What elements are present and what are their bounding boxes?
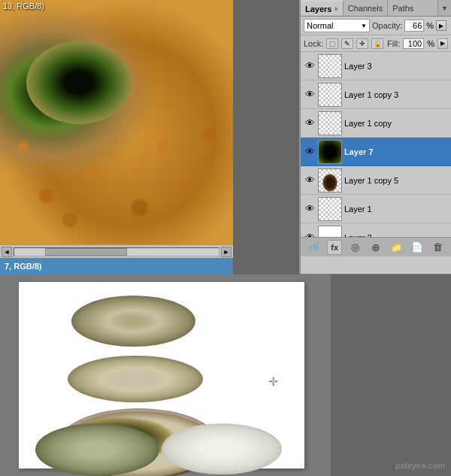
fill-arrow-btn[interactable]: ▶ xyxy=(437,38,448,49)
layer-name: Layer 1 copy 3 xyxy=(344,90,448,99)
panel-menu-btn[interactable]: ▼ xyxy=(437,0,451,16)
lock-label: Lock: xyxy=(304,39,323,48)
layer-item-selected[interactable]: 👁 Layer 7 xyxy=(301,138,451,166)
fill-percent: % xyxy=(427,39,434,48)
watermark: pxleyes.com xyxy=(395,461,445,470)
top-canvas-area: 13, RGB/8) xyxy=(0,0,233,244)
layer-ellipse-1 xyxy=(71,296,195,347)
bottom-status-bar: 7, RGB/8) xyxy=(0,258,233,274)
layer-name: Layer 2 xyxy=(344,233,448,238)
opacity-input[interactable]: 66 xyxy=(404,20,424,32)
layer-visibility-toggle[interactable]: 👁 xyxy=(304,174,316,186)
add-mask-btn[interactable]: ◎ xyxy=(348,240,363,255)
layer-ellipse-4 xyxy=(35,423,159,476)
layers-list[interactable]: 👁 Layer 3 👁 Layer 1 copy 3 👁 xyxy=(301,52,451,237)
blend-opacity-row: Normal ▼ Opacity: 66 % ▶ xyxy=(301,17,451,35)
add-group-btn[interactable]: 📁 xyxy=(389,240,404,255)
layer-visibility-toggle[interactable]: 👁 xyxy=(304,203,316,215)
fill-input[interactable]: 100 xyxy=(403,38,424,49)
canvas-sheet: ✛ xyxy=(19,282,304,468)
blend-mode-select[interactable]: Normal ▼ xyxy=(304,19,370,32)
layer-visibility-toggle[interactable]: 👁 xyxy=(304,146,316,158)
lock-pixels-btn[interactable]: ✎ xyxy=(341,38,353,49)
opacity-label: Opacity: xyxy=(372,21,402,30)
blend-dropdown-arrow: ▼ xyxy=(361,23,367,29)
lock-transparent-btn[interactable]: ⬚ xyxy=(326,38,338,49)
lock-position-btn[interactable]: ✛ xyxy=(356,38,368,49)
layer-thumbnail xyxy=(318,83,342,107)
layer-thumbnail xyxy=(318,111,342,135)
layer-item[interactable]: 👁 Layer 1 copy 3 xyxy=(301,80,451,109)
layer-ellipse-2 xyxy=(68,356,203,402)
lower-canvas-area: ✛ xyxy=(0,274,331,476)
add-style-btn[interactable]: fx xyxy=(327,240,342,255)
layer-visibility-toggle[interactable]: 👁 xyxy=(304,60,316,72)
layer-item[interactable]: 👁 Layer 1 copy xyxy=(301,109,451,138)
hscroll-track[interactable] xyxy=(14,247,219,256)
layers-panel: Layers × Channels Paths ▼ Normal ▼ Opaci… xyxy=(299,0,451,274)
scroll-left-btn[interactable]: ◄ xyxy=(2,247,12,257)
tab-layers[interactable]: Layers × xyxy=(301,0,344,16)
tab-paths[interactable]: Paths xyxy=(388,0,418,16)
delete-layer-btn[interactable]: 🗑 xyxy=(430,240,445,255)
layer-item[interactable]: 👁 Layer 1 xyxy=(301,195,451,223)
layer-visibility-toggle[interactable]: 👁 xyxy=(304,232,316,238)
top-status-text: 13, RGB/8) xyxy=(3,2,44,11)
panel-bottom-toolbar: 🔗 fx ◎ ⊕ 📁 📄 🗑 xyxy=(301,237,451,256)
layer-name: Layer 7 xyxy=(344,147,448,156)
layer-ellipse-5 xyxy=(162,423,282,474)
add-adjustment-btn[interactable]: ⊕ xyxy=(368,240,383,255)
layer-item[interactable]: 👁 Layer 3 xyxy=(301,52,451,80)
panel-tabs-bar: Layers × Channels Paths ▼ xyxy=(301,0,451,17)
layer-visibility-toggle[interactable]: 👁 xyxy=(304,117,316,129)
new-layer-btn[interactable]: 📄 xyxy=(410,240,425,255)
layer-visibility-toggle[interactable]: 👁 xyxy=(304,89,316,101)
scroll-right-btn[interactable]: ► xyxy=(221,247,232,257)
cursor-crosshair: ✛ xyxy=(268,376,278,388)
lock-fill-row: Lock: ⬚ ✎ ✛ 🔒 Fill: 100 % ▶ xyxy=(301,35,451,52)
link-layers-btn[interactable]: 🔗 xyxy=(307,240,322,255)
hscroll-thumb[interactable] xyxy=(45,248,127,256)
layer-thumbnail xyxy=(318,54,342,78)
lock-all-btn[interactable]: 🔒 xyxy=(371,38,383,49)
opacity-arrow-btn[interactable]: ▶ xyxy=(436,20,446,31)
layer-thumbnail xyxy=(318,226,342,238)
creature-image xyxy=(0,0,233,244)
layer-thumbnail xyxy=(318,140,342,164)
layer-thumbnail xyxy=(318,197,342,221)
bottom-status-text: 7, RGB/8) xyxy=(5,262,42,271)
layer-thumbnail xyxy=(318,168,342,193)
tab-layers-close[interactable]: × xyxy=(334,5,337,13)
layer-name: Layer 1 xyxy=(344,205,448,214)
layer-name: Layer 1 copy 5 xyxy=(344,176,448,185)
canvas-hscrollbar[interactable]: ◄ ► xyxy=(0,244,233,258)
opacity-percent: % xyxy=(426,21,434,30)
tab-channels[interactable]: Channels xyxy=(344,0,388,16)
layer-name: Layer 3 xyxy=(344,62,448,71)
fill-label: Fill: xyxy=(387,39,400,48)
layer-item[interactable]: 👁 Layer 2 xyxy=(301,223,451,237)
layer-name: Layer 1 copy xyxy=(344,119,448,128)
layer-item[interactable]: 👁 Layer 1 copy 5 xyxy=(301,166,451,195)
